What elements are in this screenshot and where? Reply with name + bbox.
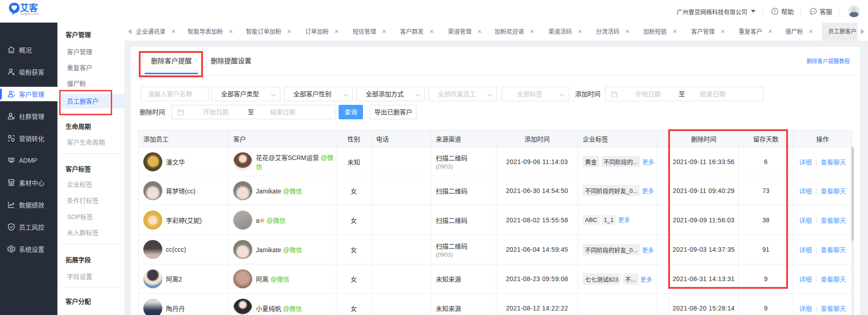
svg-text:aiagain.com: aiagain.com (20, 12, 38, 16)
